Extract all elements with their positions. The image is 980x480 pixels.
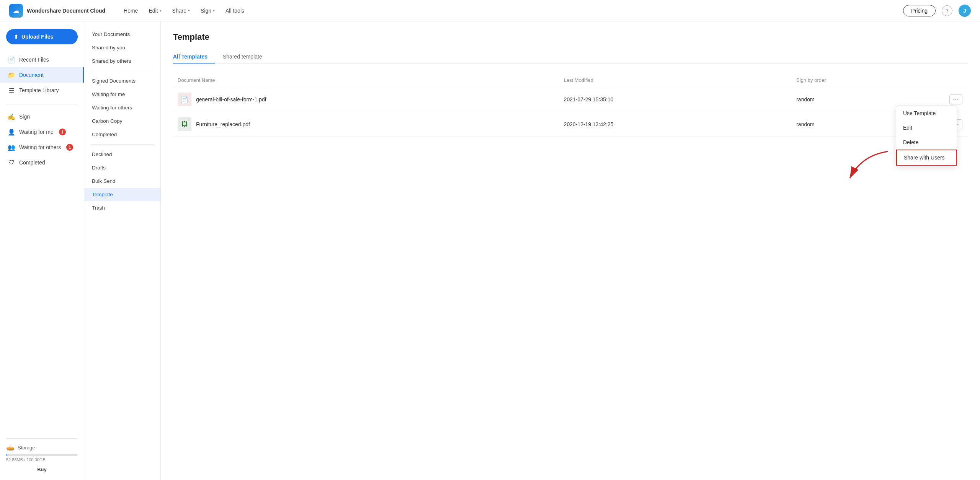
recent-icon: 📄 [8, 56, 15, 63]
sidebar-item-label-recent: Recent Files [19, 57, 49, 63]
template-library-icon: ☰ [8, 86, 15, 94]
storage-label: 🥧 Storage [6, 443, 78, 452]
sec-item-shared-by-you[interactable]: Shared by you [84, 41, 160, 54]
col-header-name: Document Name [173, 73, 559, 87]
context-menu-delete[interactable]: Delete [896, 135, 957, 150]
logo-icon: ☁ [9, 4, 23, 18]
buy-button[interactable]: Buy [6, 465, 78, 474]
sec-item-drafts[interactable]: Drafts [84, 161, 160, 174]
doc-name-cell: 📄 general-bill-of-sale-form-1.pdf [173, 87, 559, 112]
nav-home[interactable]: Home [124, 8, 138, 14]
sidebar-item-label-document: Document [19, 72, 44, 78]
sidebar-item-recent[interactable]: 📄 Recent Files [0, 52, 84, 67]
sec-item-waiting-for-others[interactable]: Waiting for others [84, 101, 160, 114]
context-menu-share-users[interactable]: Share with Users [896, 150, 957, 166]
sidebar-divider-2 [6, 438, 78, 439]
sec-item-trash[interactable]: Trash [84, 201, 160, 215]
waiting-others-icon: 👥 [8, 143, 15, 151]
sidebar-section-main: 📄 Recent Files 📁 Document ☰ Template Lib… [0, 52, 84, 98]
doc-modified: 2021-07-29 15:35:10 [559, 87, 792, 112]
doc-modified: 2020-12-19 13:42:25 [559, 112, 792, 137]
sec-item-shared-by-others[interactable]: Shared by others [84, 54, 160, 68]
sidebar-item-label-template: Template Library [19, 87, 59, 93]
sidebar-item-document[interactable]: 📁 Document [0, 67, 84, 83]
help-icon[interactable]: ? [942, 5, 952, 16]
sec-item-completed[interactable]: Completed [84, 128, 160, 141]
tab-all-templates[interactable]: All Templates [173, 50, 215, 64]
col-header-sign-order: Sign by order [792, 73, 945, 87]
doc-name: Furniture_replaced.pdf [196, 121, 250, 127]
nav-alltools[interactable]: All tools [225, 8, 244, 14]
app-body: ⬆ Upload Files 📄 Recent Files 📁 Document… [0, 21, 980, 480]
nav-share[interactable]: Share ▾ [172, 8, 190, 14]
sidebar-item-label-completed: Completed [19, 159, 45, 166]
doc-name-cell: 🖼 Furniture_replaced.pdf [173, 112, 559, 137]
col-header-modified: Last Modified [559, 73, 792, 87]
nav-items: Home Edit ▾ Share ▾ Sign ▾ All tools [124, 8, 891, 14]
sec-item-waiting-for-me[interactable]: Waiting for me [84, 88, 160, 101]
tab-shared-template[interactable]: Shared template [223, 50, 270, 64]
sec-divider-1 [90, 71, 154, 71]
logo: ☁ Wondershare Document Cloud [9, 4, 105, 18]
storage-bar-bg [6, 454, 78, 456]
upload-icon: ⬆ [14, 34, 18, 40]
sec-item-template[interactable]: Template [84, 188, 160, 201]
avatar[interactable]: J [959, 5, 971, 17]
arrow-indicator [846, 148, 892, 187]
sidebar-item-label-waiting-others: Waiting for others [19, 144, 61, 150]
edit-chevron: ▾ [160, 8, 162, 13]
storage-icon: 🥧 [6, 443, 15, 452]
sidebar-item-template-library[interactable]: ☰ Template Library [0, 83, 84, 98]
sec-item-bulk-send[interactable]: Bulk Send [84, 174, 160, 188]
main-content: Template All Templates Shared template D… [161, 21, 980, 480]
doc-icon: 📄 [178, 93, 191, 106]
page-title: Template [173, 32, 968, 42]
context-menu-edit[interactable]: Edit [896, 120, 957, 135]
sec-item-your-documents[interactable]: Your Documents [84, 28, 160, 41]
sign-icon: ✍ [8, 113, 15, 120]
logo-text: Wondershare Document Cloud [27, 8, 105, 14]
sec-divider-2 [90, 144, 154, 145]
doc-name: general-bill-of-sale-form-1.pdf [196, 96, 266, 103]
document-table: Document Name Last Modified Sign by orde… [173, 73, 968, 137]
sidebar: ⬆ Upload Files 📄 Recent Files 📁 Document… [0, 21, 84, 480]
context-menu: Use Template Edit Delete Share with User… [896, 106, 957, 166]
waiting-me-badge: 1 [59, 129, 66, 135]
sidebar-item-completed[interactable]: 🛡 Completed [0, 155, 84, 170]
more-options-button[interactable]: ⋯ [949, 94, 962, 104]
completed-icon: 🛡 [8, 159, 15, 166]
upload-button[interactable]: ⬆ Upload Files [6, 29, 78, 44]
sec-item-carbon-copy[interactable]: Carbon Copy [84, 114, 160, 128]
upload-label: Upload Files [21, 34, 53, 40]
table-row: 📄 general-bill-of-sale-form-1.pdf 2021-0… [173, 87, 968, 112]
table-row: 🖼 Furniture_replaced.pdf 2020-12-19 13:4… [173, 112, 968, 137]
waiting-others-badge: 1 [66, 144, 73, 151]
document-icon: 📁 [8, 71, 15, 79]
sidebar-item-label-sign: Sign [19, 114, 30, 120]
sidebar-section-sign: ✍ Sign 👤 Waiting for me 1 👥 Waiting for … [0, 109, 84, 170]
sidebar-bottom: 🥧 Storage 52.88MB / 100.00GB Buy [0, 443, 84, 474]
nav-edit[interactable]: Edit ▾ [149, 8, 161, 14]
sidebar-divider-1 [6, 104, 78, 104]
sidebar-item-waiting-me[interactable]: 👤 Waiting for me 1 [0, 124, 84, 140]
doc-icon: 🖼 [178, 117, 191, 131]
sign-chevron: ▾ [213, 8, 215, 13]
waiting-me-icon: 👤 [8, 128, 15, 136]
pricing-button[interactable]: Pricing [903, 5, 936, 16]
tabs: All Templates Shared template [173, 50, 968, 64]
sidebar-item-sign[interactable]: ✍ Sign [0, 109, 84, 124]
secondary-sidebar: Your Documents Shared by you Shared by o… [84, 21, 161, 480]
share-chevron: ▾ [188, 8, 190, 13]
nav-right: Pricing ? J [903, 5, 971, 17]
nav-sign[interactable]: Sign ▾ [201, 8, 215, 14]
sec-item-signed-documents[interactable]: Signed Documents [84, 74, 160, 88]
sidebar-item-label-waiting-me: Waiting for me [19, 129, 54, 135]
storage-text: 52.88MB / 100.00GB [6, 457, 78, 462]
topnav: ☁ Wondershare Document Cloud Home Edit ▾… [0, 0, 980, 21]
context-menu-use-template[interactable]: Use Template [896, 106, 957, 120]
sidebar-item-waiting-others[interactable]: 👥 Waiting for others 1 [0, 140, 84, 155]
sec-item-declined[interactable]: Declined [84, 148, 160, 161]
